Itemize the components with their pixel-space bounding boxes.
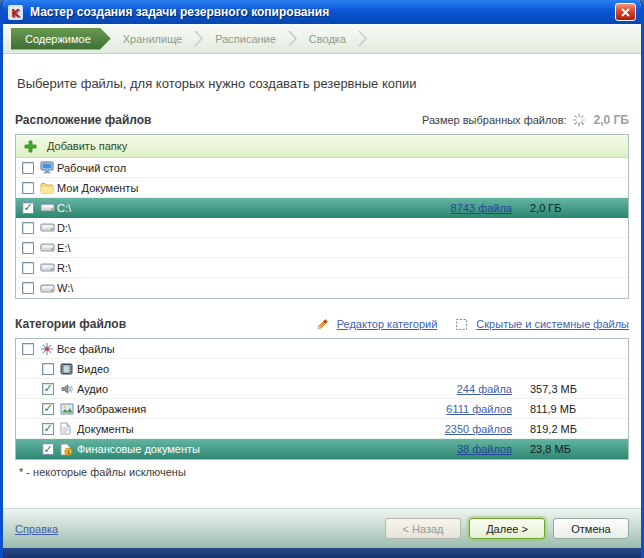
- category-row[interactable]: Все файлы: [16, 339, 628, 359]
- title-bar[interactable]: K Мастер создания задачи резервного копи…: [3, 0, 641, 24]
- file-locations-list: Добавить папку Рабочий столМои Документы…: [15, 134, 629, 299]
- plus-icon: [24, 140, 41, 153]
- checkbox-unchecked[interactable]: [22, 182, 34, 194]
- location-row[interactable]: R:\: [16, 258, 628, 278]
- images-icon: [60, 403, 77, 415]
- folder-icon: [40, 182, 57, 194]
- tab-storage-step[interactable]: Хранилище: [111, 33, 194, 45]
- size-value: 819,2 МБ: [530, 423, 622, 435]
- location-rows: Рабочий столМои Документы✓C:\8743 файла2…: [16, 158, 628, 298]
- row-label: D:\: [57, 222, 400, 234]
- app-icon: K: [8, 5, 25, 20]
- wizard-steps: Содержимое Хранилище Расписание Сводка: [3, 24, 641, 54]
- cancel-button[interactable]: Отмена: [553, 518, 629, 539]
- location-row[interactable]: E:\: [16, 238, 628, 258]
- checkbox-unchecked[interactable]: [22, 162, 34, 174]
- row-label: Изображения: [77, 403, 400, 415]
- row-label: C:\: [57, 202, 400, 214]
- row-label: W:\: [57, 282, 400, 294]
- audio-icon: [60, 383, 77, 395]
- drive-icon: [40, 222, 57, 233]
- category-row[interactable]: ✓Аудио244 файла357,3 МБ: [16, 379, 628, 399]
- row-label: Рабочий стол: [57, 162, 400, 174]
- categories-section-title: Категории файлов: [15, 317, 126, 331]
- location-row[interactable]: W:\: [16, 278, 628, 298]
- dashed-selection-icon: [455, 318, 472, 331]
- checkbox-unchecked[interactable]: [42, 363, 54, 375]
- tab-content-step[interactable]: Содержимое: [11, 28, 111, 50]
- file-count-link[interactable]: 2350 файлов: [400, 423, 512, 435]
- checkbox-unchecked[interactable]: [22, 262, 34, 274]
- svg-text:K: K: [11, 6, 20, 19]
- back-button[interactable]: < Назад: [385, 518, 461, 539]
- footer-bar: Справка < Назад Далее > Отмена: [3, 508, 641, 548]
- checkbox-unchecked[interactable]: [22, 222, 34, 234]
- close-button[interactable]: [615, 3, 636, 21]
- category-row[interactable]: ✓Документы2350 файлов819,2 МБ: [16, 419, 628, 439]
- checkbox-checked[interactable]: ✓: [22, 202, 34, 214]
- row-label: Мои Документы: [57, 182, 400, 194]
- drive-icon: [40, 202, 57, 213]
- pencil-icon: [316, 318, 333, 331]
- category-row[interactable]: Видео: [16, 359, 628, 379]
- window-title: Мастер создания задачи резервного копиро…: [30, 5, 329, 19]
- tab-summary-step[interactable]: Сводка: [297, 33, 358, 45]
- checkbox-checked[interactable]: ✓: [42, 403, 54, 415]
- checkbox-checked[interactable]: ✓: [42, 383, 54, 395]
- video-icon: [60, 363, 77, 375]
- help-link[interactable]: Справка: [15, 523, 58, 535]
- file-count-link[interactable]: 6111 файлов: [400, 403, 512, 415]
- wizard-content: Выберите файлы, для которых нужно создав…: [3, 54, 641, 508]
- location-row[interactable]: D:\: [16, 218, 628, 238]
- add-folder-button[interactable]: Добавить папку: [16, 135, 628, 158]
- chevron-separator-icon: [288, 30, 297, 47]
- row-label: E:\: [57, 242, 400, 254]
- chevron-separator-icon: [194, 30, 203, 47]
- add-folder-label: Добавить папку: [47, 140, 127, 152]
- row-label: Финансовые документы: [77, 443, 400, 455]
- size-value: 357,3 МБ: [530, 383, 622, 395]
- selected-size-value: 2,0 ГБ: [594, 113, 629, 127]
- file-count-link[interactable]: 244 файла: [400, 383, 512, 395]
- wizard-window: K Мастер создания задачи резервного копи…: [0, 0, 644, 558]
- drive-icon: [40, 283, 57, 294]
- location-row[interactable]: Мои Документы: [16, 178, 628, 198]
- spinner-icon: [572, 113, 589, 127]
- page-title: Выберите файлы, для которых нужно создав…: [17, 76, 629, 91]
- category-row[interactable]: ✓$Финансовые документы38 файлов23,8 МБ: [16, 439, 628, 459]
- checkbox-unchecked[interactable]: [22, 282, 34, 294]
- drive-icon: [40, 262, 57, 273]
- size-value: 2,0 ГБ: [530, 202, 622, 214]
- hidden-system-files-link[interactable]: Скрытые и системные файлы: [455, 318, 629, 331]
- checkbox-checked[interactable]: ✓: [42, 423, 54, 435]
- checkbox-unchecked[interactable]: [22, 242, 34, 254]
- row-label: Все файлы: [57, 343, 400, 355]
- file-count-link[interactable]: 8743 файла: [400, 202, 512, 214]
- chevron-separator-icon: [358, 30, 367, 47]
- size-value: 23,8 МБ: [530, 443, 622, 455]
- checkbox-checked[interactable]: ✓: [42, 443, 54, 455]
- row-label: Видео: [77, 363, 400, 375]
- finance-icon: $: [60, 443, 77, 456]
- taskbar-edge: [3, 548, 641, 558]
- file-count-link[interactable]: 38 файлов: [400, 443, 512, 455]
- selected-size-label: Размер выбранных файлов:: [422, 114, 567, 126]
- tab-schedule-step[interactable]: Расписание: [203, 33, 288, 45]
- next-button[interactable]: Далее >: [469, 518, 545, 539]
- row-label: Аудио: [77, 383, 400, 395]
- category-editor-link[interactable]: Редактор категорий: [316, 318, 438, 331]
- drive-icon: [40, 242, 57, 253]
- locations-section-title: Расположение файлов: [15, 113, 152, 127]
- row-label: R:\: [57, 262, 400, 274]
- checkbox-unchecked[interactable]: [22, 343, 34, 355]
- category-rows: Все файлыВидео✓Аудио244 файла357,3 МБ✓Из…: [16, 339, 628, 459]
- location-row[interactable]: ✓C:\8743 файла2,0 ГБ: [16, 198, 628, 218]
- location-row[interactable]: Рабочий стол: [16, 158, 628, 178]
- row-label: Документы: [77, 423, 400, 435]
- category-row[interactable]: ✓Изображения6111 файлов811,9 МБ: [16, 399, 628, 419]
- svg-text:$: $: [66, 447, 70, 454]
- all-icon: [40, 342, 57, 356]
- size-value: 811,9 МБ: [530, 403, 622, 415]
- file-categories-list: Все файлыВидео✓Аудио244 файла357,3 МБ✓Из…: [15, 338, 629, 460]
- desktop-icon: [40, 161, 57, 174]
